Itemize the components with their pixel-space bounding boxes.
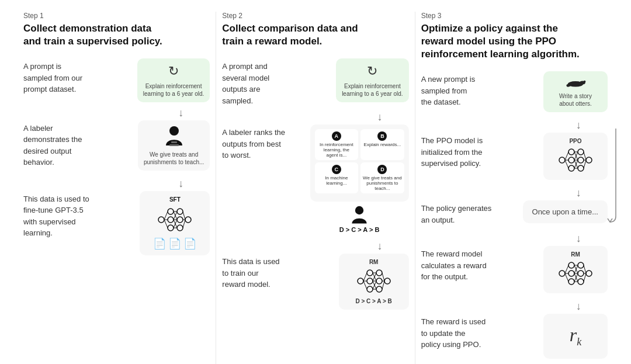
svg-point-55 xyxy=(578,157,584,163)
rank-b: B Explain rewards... xyxy=(360,129,404,160)
svg-point-10 xyxy=(185,217,191,223)
arrow7: ↓ xyxy=(550,233,608,245)
svg-point-53 xyxy=(568,165,574,171)
svg-point-7 xyxy=(177,209,183,214)
arrow6: ↓ xyxy=(550,187,608,199)
step2-desc2: A labeler ranks theoutputs from bestto w… xyxy=(222,124,301,161)
step3-row2: The PPO model isinitialized from thesupe… xyxy=(421,133,608,180)
svg-point-28 xyxy=(367,286,373,292)
step1-title: Collect demonstration dataand train a su… xyxy=(23,22,210,48)
svg-line-70 xyxy=(584,160,586,168)
rm-ranking: D > C > A > B xyxy=(355,297,391,305)
svg-point-57 xyxy=(586,157,592,163)
step1-prompt-card: ↻ Explain reinforcementlearning to a 6 y… xyxy=(137,58,210,102)
arrow3: ↓ xyxy=(351,111,408,123)
labeler-svg xyxy=(349,205,370,226)
step2-row1: A prompt andseveral modeloutputs aresamp… xyxy=(222,58,408,106)
otter-svg xyxy=(565,76,586,90)
step3-title: Optimize a policy against thereward mode… xyxy=(421,22,608,61)
arrow4: ↓ xyxy=(351,240,408,252)
svg-line-35 xyxy=(363,281,367,289)
svg-line-58 xyxy=(565,152,568,160)
step3-otter-card: Write a storyabout otters. xyxy=(543,71,608,112)
svg-line-21 xyxy=(183,212,185,220)
svg-point-72 xyxy=(568,262,574,268)
step1-desc3: This data is used tofine-tune GPT-3.5wit… xyxy=(23,191,131,239)
svg-point-75 xyxy=(578,262,584,268)
step1-column: Step 1 Collect demonstration dataand tra… xyxy=(18,12,216,364)
step2-rm-card: RM xyxy=(339,254,409,310)
step3-desc5: The reward is usedto update thepolicy us… xyxy=(421,314,535,351)
svg-line-43 xyxy=(382,273,384,281)
step3-rm-card: RM xyxy=(543,246,608,293)
svg-point-54 xyxy=(578,149,584,155)
svg-point-8 xyxy=(177,217,183,223)
svg-line-33 xyxy=(363,273,367,281)
svg-point-76 xyxy=(578,271,584,276)
svg-line-91 xyxy=(584,273,586,282)
svg-point-77 xyxy=(578,279,584,285)
step1-desc2: A labelerdemonstrates thedesired outputb… xyxy=(23,120,130,168)
svg-point-4 xyxy=(168,209,174,214)
svg-point-48 xyxy=(584,81,586,83)
person-svg xyxy=(164,125,185,148)
svg-point-73 xyxy=(568,271,574,276)
step3-ppo-card: PPO xyxy=(543,133,608,180)
step1-sft-card: SFT xyxy=(140,191,210,255)
doc-icons: 📄 📄 📄 xyxy=(153,237,196,251)
arrow1: ↓ xyxy=(152,107,210,119)
sft-neural-svg xyxy=(154,204,195,235)
step1-label: Step 1 xyxy=(23,12,210,20)
step3-desc4: The reward modelcalculates a rewardfor t… xyxy=(421,246,535,283)
step3-rk-card: rk xyxy=(543,314,608,359)
svg-point-24 xyxy=(355,206,363,214)
step3-desc3: The policy generatesan output. xyxy=(421,200,515,226)
step2-title: Collect comparison data andtrain a rewar… xyxy=(222,22,408,48)
svg-line-89 xyxy=(584,265,586,273)
svg-point-31 xyxy=(376,286,382,292)
svg-line-45 xyxy=(382,281,384,289)
svg-line-81 xyxy=(565,273,568,282)
ranking-card: A In reinforcementlearning, theagent is.… xyxy=(310,124,409,233)
step2-row3: This data is usedto train ourreward mode… xyxy=(222,254,408,310)
step3-row5: The reward is usedto update thepolicy us… xyxy=(421,314,608,359)
step2-desc1: A prompt andseveral modeloutputs aresamp… xyxy=(222,58,328,106)
step2-prompt-card: ↻ Explain reinforcementlearning to a 6 y… xyxy=(336,58,409,102)
svg-point-26 xyxy=(367,270,373,276)
step3-label: Step 3 xyxy=(421,12,608,20)
svg-point-50 xyxy=(559,157,565,163)
once-upon-text: Once upon a time... xyxy=(532,207,598,216)
step1-desc1: A prompt issampled from ourprompt datase… xyxy=(23,58,129,95)
svg-point-74 xyxy=(568,279,574,285)
svg-point-3 xyxy=(158,217,164,223)
svg-point-9 xyxy=(177,225,183,231)
step1-row1: A prompt issampled from ourprompt datase… xyxy=(23,58,210,102)
ppo-neural-svg xyxy=(555,145,596,175)
rm2-neural-svg xyxy=(555,258,596,289)
svg-point-71 xyxy=(559,271,565,276)
svg-line-68 xyxy=(584,152,586,160)
rk-value: rk xyxy=(570,323,581,349)
rm-neural-svg xyxy=(353,266,394,296)
step3-column: Step 3 Optimize a policy against therewa… xyxy=(415,12,613,364)
step3-output-card: Once upon a time... xyxy=(523,200,608,223)
svg-line-23 xyxy=(183,220,185,228)
svg-line-13 xyxy=(164,220,168,228)
step2-label: Step 2 xyxy=(222,12,408,20)
arrow8: ↓ xyxy=(550,300,608,313)
svg-rect-1 xyxy=(171,141,177,143)
svg-point-29 xyxy=(376,270,382,276)
arrow5: ↓ xyxy=(550,119,608,131)
svg-point-78 xyxy=(586,271,592,276)
step2-column: Step 2 Collect comparison data andtrain … xyxy=(216,12,415,364)
step3-row3: The policy generatesan output. Once upon… xyxy=(421,200,608,226)
svg-point-25 xyxy=(358,278,363,284)
step2-row2: A labeler ranks theoutputs from bestto w… xyxy=(222,124,408,233)
ranking-grid: A In reinforcementlearning, theagent is.… xyxy=(315,129,404,193)
arrow2: ↓ xyxy=(152,178,210,190)
svg-line-79 xyxy=(565,265,568,273)
svg-line-11 xyxy=(164,212,168,220)
rank-a: A In reinforcementlearning, theagent is.… xyxy=(315,129,359,160)
step1-row3: This data is used tofine-tune GPT-3.5wit… xyxy=(23,191,210,255)
step3-desc2: The PPO model isinitialized from thesupe… xyxy=(421,133,535,169)
